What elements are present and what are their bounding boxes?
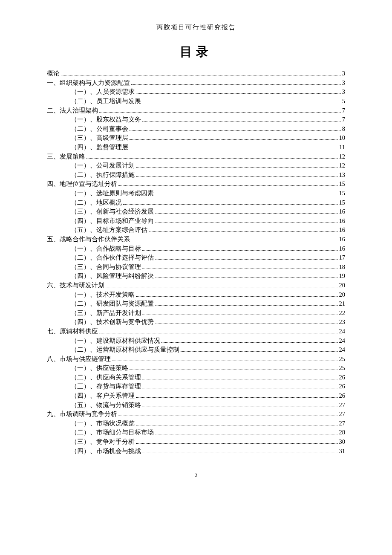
toc-entry-page: 12: [339, 162, 346, 169]
toc-leader-dots: [142, 246, 338, 251]
toc-entry-label: （二）、运营期原材料供应与质量控制: [71, 347, 179, 353]
toc-entry-page: 20: [339, 282, 346, 289]
toc-entry-label: 四、地理位置与选址分析: [47, 181, 117, 187]
toc-leader-dots: [155, 191, 338, 195]
toc-entry: （四）、技术创新与竞争优势23: [47, 318, 345, 327]
toc-entry-label: （一）、供应链策略: [71, 365, 128, 371]
toc-entry-label: （四）、客户关系管理: [71, 393, 135, 399]
toc-entry-label: 一、组织架构与人力资源配置: [47, 80, 130, 86]
toc-entry-label: （一）、选址原则与考虑因素: [71, 190, 154, 197]
toc-entry-label: （四）、目标市场和产业导向: [71, 218, 154, 224]
toc-entry: （三）、存货与库存管理26: [47, 382, 345, 391]
toc-leader-dots: [99, 329, 338, 333]
toc-leader-dots: [155, 255, 338, 260]
toc-entry-page: 15: [339, 181, 346, 187]
toc-entry-page: 16: [339, 236, 346, 243]
toc-entry-label: 三、发展策略: [47, 153, 85, 160]
toc-leader-dots: [155, 219, 338, 223]
toc-entry: 五、战略合作与合作伙伴关系16: [47, 235, 345, 244]
toc-entry-page: 24: [339, 347, 346, 353]
toc-entry: （四）、目标市场和产业导向16: [47, 217, 345, 226]
toc-entry: 一、组织架构与人力资源配置3: [47, 78, 345, 88]
toc-entry: 八、市场与供应链管理25: [47, 354, 345, 364]
toc-entry: （一）、市场状况概览27: [47, 419, 345, 428]
toc-leader-dots: [142, 99, 341, 103]
toc-leader-dots: [118, 412, 338, 416]
toc-entry-label: 二、法人治理架构: [47, 107, 98, 114]
toc-leader-dots: [136, 164, 338, 168]
toc-entry-page: 26: [339, 383, 346, 390]
toc-entry-page: 17: [339, 254, 346, 261]
toc-entry-page: 18: [339, 264, 346, 270]
toc-entry-label: （四）、风险管理与纠纷解决: [71, 273, 154, 279]
toc-leader-dots: [130, 366, 338, 370]
toc-leader-dots: [61, 72, 341, 76]
toc-leader-dots: [155, 274, 338, 278]
toc-entry-page: 25: [339, 365, 346, 371]
toc-entry-page: 5: [342, 98, 345, 104]
toc-leader-dots: [142, 403, 338, 407]
toc-entry: （二）、地区概况15: [47, 198, 345, 207]
toc-entry-page: 22: [339, 310, 346, 316]
toc-entry-page: 3: [342, 89, 345, 95]
toc-leader-dots: [123, 200, 338, 205]
toc-leader-dots: [155, 431, 338, 435]
toc-entry-page: 11: [339, 144, 345, 150]
toc-leader-dots: [130, 145, 338, 149]
toc-entry: （二）、供应商关系管理26: [47, 373, 345, 382]
toc-entry-label: （四）、市场机会与挑战: [71, 448, 141, 454]
toc-entry-page: 10: [339, 135, 346, 141]
toc-entry: （二）、执行保障措施13: [47, 171, 345, 180]
toc-entry-label: 七、原辅材料供应: [47, 328, 98, 335]
toc-entry: （二）、员工培训与发展5: [47, 97, 345, 106]
toc-entry: （五）、物流与分销策略27: [47, 400, 345, 410]
toc-entry: 九、市场调研与竞争分析27: [47, 410, 345, 419]
toc-entry-label: （二）、研发团队与资源配置: [71, 301, 154, 307]
toc-entry-page: 16: [339, 227, 346, 233]
toc-entry: （三）、竞争对手分析30: [47, 437, 345, 447]
toc-entry-page: 7: [342, 116, 345, 123]
toc-entry: （四）、监督管理层11: [47, 143, 345, 152]
toc-entry-label: （一）、建设期原材料供应情况: [71, 338, 160, 344]
toc-leader-dots: [155, 301, 338, 306]
toc-leader-dots: [106, 283, 338, 287]
toc-leader-dots: [130, 127, 341, 131]
toc-entry-page: 26: [339, 393, 346, 399]
toc-entry-page: 23: [339, 319, 346, 325]
toc-entry: （五）、选址方案综合评估16: [47, 225, 345, 235]
toc-entry: （四）、市场机会与挑战31: [47, 446, 345, 456]
toc-entry-page: 27: [339, 420, 346, 427]
toc-entry-label: （一）、技术开发策略: [71, 292, 135, 298]
toc-leader-dots: [181, 347, 338, 352]
toc-entry-page: 12: [339, 153, 346, 160]
toc-leader-dots: [161, 338, 338, 343]
toc-leader-dots: [136, 393, 338, 398]
toc-leader-dots: [142, 118, 341, 122]
toc-entry: （一）、供应链策略25: [47, 364, 345, 373]
toc-leader-dots: [136, 90, 341, 94]
toc-leader-dots: [142, 384, 338, 389]
toc-entry: （一）、建设期原材料供应情况24: [47, 336, 345, 345]
toc-entry-label: （四）、监督管理层: [71, 144, 128, 150]
toc-entry-page: 13: [339, 172, 346, 178]
toc-entry-page: 24: [339, 338, 346, 344]
toc-entry-page: 27: [339, 402, 346, 408]
toc-entry-label: 六、技术与研发计划: [47, 282, 104, 289]
toc-entry-page: 7: [342, 107, 345, 114]
toc-title: 目录: [47, 43, 345, 61]
toc-entry: （一）、人员资源需求3: [47, 87, 345, 97]
toc-entry: （三）、高级管理层10: [47, 133, 345, 143]
toc-list: 概论3一、组织架构与人力资源配置3（一）、人员资源需求3（二）、员工培训与发展5…: [47, 69, 345, 456]
toc-entry-page: 28: [339, 429, 346, 436]
toc-entry: （三）、新产品开发计划22: [47, 308, 345, 318]
toc-leader-dots: [99, 108, 341, 113]
toc-entry-page: 8: [342, 126, 345, 132]
toc-entry: （四）、风险管理与纠纷解决19: [47, 272, 345, 281]
toc-entry: （三）、创新与社会经济发展16: [47, 207, 345, 217]
toc-leader-dots: [149, 228, 338, 232]
toc-entry-label: （三）、高级管理层: [71, 135, 128, 141]
toc-entry-label: 五、战略合作与合作伙伴关系: [47, 236, 130, 243]
toc-entry-page: 15: [339, 199, 346, 206]
toc-entry: （四）、客户关系管理26: [47, 391, 345, 401]
toc-entry: （二）、运营期原材料供应与质量控制24: [47, 345, 345, 355]
